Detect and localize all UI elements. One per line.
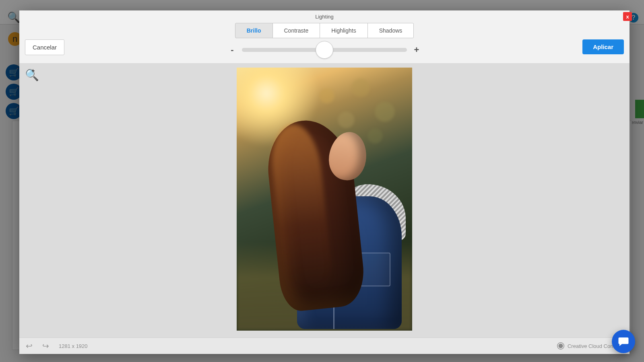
tab-brillo[interactable]: Brillo (235, 23, 273, 38)
creative-cloud-icon (557, 342, 564, 350)
apply-button[interactable]: Aplicar (582, 39, 624, 54)
image-canvas[interactable]: 🔍 + (19, 64, 630, 337)
image-dimensions: 1281 x 1920 (59, 343, 88, 349)
slider-increase[interactable]: + (413, 45, 421, 55)
redo-icon[interactable]: ↪ (42, 341, 49, 351)
modal-header: x Lighting Brillo Contraste Highlights S… (19, 10, 630, 64)
brightness-slider: - + (27, 45, 622, 55)
undo-icon[interactable]: ↩ (26, 341, 33, 351)
zoom-plus-icon: + (31, 68, 35, 74)
tab-highlights[interactable]: Highlights (320, 23, 367, 38)
close-button[interactable]: x (623, 12, 632, 21)
chat-fab[interactable] (612, 330, 635, 353)
edited-photo (237, 68, 412, 331)
tab-contraste[interactable]: Contraste (272, 23, 320, 38)
slider-decrease[interactable]: - (228, 45, 236, 55)
slider-track[interactable] (242, 48, 407, 52)
chat-icon (617, 335, 630, 348)
lighting-tabs: Brillo Contraste Highlights Shadows (27, 23, 622, 38)
slider-thumb[interactable] (316, 41, 333, 59)
cancel-button[interactable]: Cancelar (25, 39, 64, 55)
modal-footer: ↩ ↪ 1281 x 1920 Creative Cloud Connect (19, 337, 630, 354)
tab-shadows[interactable]: Shadows (367, 23, 414, 38)
modal-title: Lighting (27, 14, 622, 20)
lighting-editor-modal: x Lighting Brillo Contraste Highlights S… (19, 10, 630, 354)
